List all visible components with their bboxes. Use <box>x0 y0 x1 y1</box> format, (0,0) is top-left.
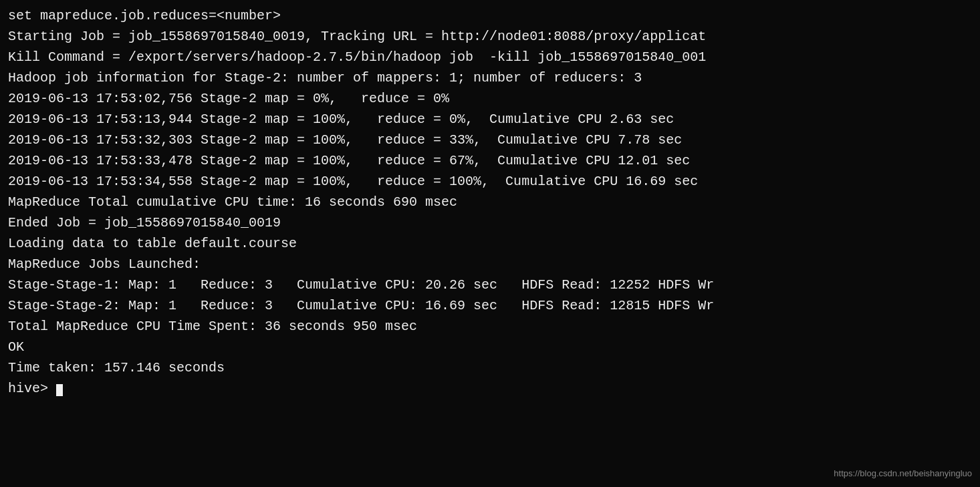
terminal-line: 2019-06-13 17:53:34,558 Stage-2 map = 10… <box>8 171 972 192</box>
terminal-line: Kill Command = /export/servers/hadoop-2.… <box>8 47 972 67</box>
terminal-window: set mapreduce.job.reduces=<number>Starti… <box>0 0 980 487</box>
terminal-line: 2019-06-13 17:53:02,756 Stage-2 map = 0%… <box>8 88 972 109</box>
terminal-line: 2019-06-13 17:53:33,478 Stage-2 map = 10… <box>8 150 972 171</box>
terminal-line: Ended Job = job_1558697015840_0019 <box>8 212 972 233</box>
terminal-line: Starting Job = job_1558697015840_0019, T… <box>8 26 972 47</box>
terminal-line: Stage-Stage-1: Map: 1 Reduce: 3 Cumulati… <box>8 275 972 295</box>
cursor <box>56 384 63 396</box>
terminal-line: hive> <box>8 378 972 399</box>
terminal-line: Loading data to table default.course <box>8 233 972 254</box>
terminal-line: 2019-06-13 17:53:32,303 Stage-2 map = 10… <box>8 130 972 150</box>
terminal-line: Stage-Stage-2: Map: 1 Reduce: 3 Cumulati… <box>8 295 972 316</box>
terminal-line: Time taken: 157.146 seconds <box>8 357 972 378</box>
terminal-line: 2019-06-13 17:53:13,944 Stage-2 map = 10… <box>8 109 972 130</box>
terminal-line: set mapreduce.job.reduces=<number> <box>8 5 972 26</box>
watermark: https://blog.csdn.net/beishanyingluo <box>834 467 972 480</box>
terminal-line: MapReduce Jobs Launched: <box>8 254 972 275</box>
terminal-line: MapReduce Total cumulative CPU time: 16 … <box>8 192 972 212</box>
terminal-output: set mapreduce.job.reduces=<number>Starti… <box>8 5 972 399</box>
terminal-line: Hadoop job information for Stage-2: numb… <box>8 67 972 88</box>
terminal-line: OK <box>8 337 972 357</box>
terminal-line: Total MapReduce CPU Time Spent: 36 secon… <box>8 316 972 337</box>
